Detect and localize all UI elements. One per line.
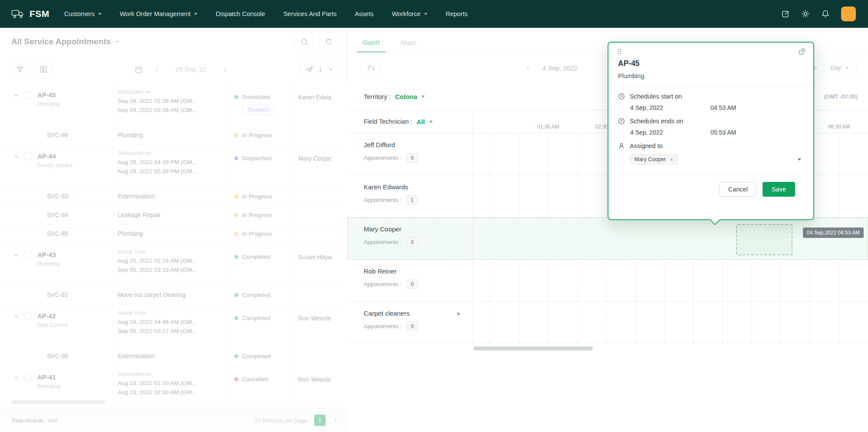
next-date-button[interactable] <box>222 66 228 73</box>
chevron-down-icon[interactable] <box>429 121 433 123</box>
schedule-end: Sep 05, 2022 03:17 AM (GM... <box>118 328 228 334</box>
appointments-count: 0 <box>407 322 418 331</box>
status-dot <box>234 133 238 137</box>
refresh-button[interactable] <box>319 32 338 51</box>
appointment-id[interactable]: AP-43 <box>37 251 60 258</box>
day-view-select[interactable]: Day <box>823 59 857 76</box>
gear-icon[interactable] <box>801 10 810 18</box>
start-label: Schedules start on <box>630 93 682 100</box>
service-row[interactable]: SVC-83 Extermination In Progress <box>0 187 347 206</box>
prev-date-button[interactable] <box>525 65 531 71</box>
date-display[interactable]: 05 Sep, 22 <box>171 66 210 73</box>
popup-service-type: Plumbing <box>618 73 813 79</box>
technician-row[interactable]: Rob Reiner Appointments : 0 <box>347 260 868 302</box>
chevron-down-icon[interactable] <box>421 96 425 98</box>
sort-button[interactable] <box>361 58 380 77</box>
service-row[interactable]: SVC-86 Plumbing In Progress <box>0 126 347 145</box>
end-time[interactable]: 05:53 AM <box>710 129 736 136</box>
user-icon <box>618 142 625 149</box>
row-checkbox[interactable] <box>24 153 31 160</box>
schedule-label: Actual Time <box>118 310 228 316</box>
chevron-down-icon[interactable] <box>13 252 20 285</box>
filter-button[interactable] <box>11 61 29 78</box>
chevron-down-icon[interactable] <box>798 158 801 161</box>
drop-slot[interactable] <box>736 224 792 255</box>
nav-item-services-and-parts[interactable]: Services And Parts <box>283 10 337 17</box>
row-checkbox[interactable] <box>24 251 31 259</box>
calendar-icon[interactable] <box>135 66 143 74</box>
status-dot <box>234 293 238 297</box>
nav-item-customers[interactable]: Customers <box>64 10 102 17</box>
close-icon[interactable]: × <box>670 157 673 162</box>
chevron-down-icon[interactable] <box>13 313 20 346</box>
board-view-button[interactable] <box>35 61 52 78</box>
appointment-row[interactable]: AP-45 Plumbing Scheduled on Sep 04, 2022… <box>0 83 347 126</box>
bell-icon[interactable] <box>821 10 830 18</box>
drag-handle-icon[interactable] <box>617 48 622 55</box>
status-label: In Progress <box>242 231 272 237</box>
appointment-row[interactable]: AP-44 Sundry repairs Scheduled on Aug 29… <box>0 145 347 187</box>
gantt-horizontal-scrollbar[interactable] <box>473 346 593 350</box>
territory-value[interactable]: Colona <box>395 93 418 100</box>
technician-name[interactable]: Jeff Difford <box>364 141 473 148</box>
appointment-row[interactable]: AP-42 Pest Control Actual Time Aug 24, 2… <box>0 304 347 347</box>
service-id[interactable]: SVC-84 <box>47 211 68 218</box>
gantt-date-display[interactable]: 4 Sep, 2022 <box>542 64 578 72</box>
appointment-id[interactable]: AP-45 <box>37 91 60 99</box>
app-brand[interactable]: FSM <box>0 9 64 19</box>
appointment-id[interactable]: AP-41 <box>37 373 60 381</box>
service-row[interactable]: SVC-85 Plumbing In Progress <box>0 224 347 243</box>
nav-item-dispatch-console[interactable]: Dispatch Console <box>216 10 265 17</box>
fsm-logo-icon <box>11 9 24 19</box>
appointment-id[interactable]: AP-42 <box>37 312 67 320</box>
service-row[interactable]: SVC-84 Leakage Repair In Progress <box>0 206 347 224</box>
service-id[interactable]: SVC-83 <box>47 193 68 200</box>
nav-item-label: Services And Parts <box>283 10 337 17</box>
service-id[interactable]: SVC-85 <box>47 230 68 237</box>
service-id[interactable]: SVC-81 <box>47 291 68 298</box>
nav-item-assets[interactable]: Assets <box>355 10 374 17</box>
save-button[interactable]: Save <box>763 182 795 197</box>
assignee-chip[interactable]: Mary Cooper × <box>630 154 677 165</box>
chevron-right-icon[interactable] <box>456 311 462 317</box>
technician-name[interactable]: Mary Cooper <box>364 225 473 233</box>
tab-maps[interactable]: Maps <box>401 39 417 52</box>
nav-item-work-order-management[interactable]: Work Order Management <box>120 10 197 17</box>
records-per-page[interactable]: 10 Records per page <box>255 417 307 424</box>
cancel-button[interactable]: Cancel <box>719 182 757 197</box>
start-time[interactable]: 04:53 AM <box>710 104 736 111</box>
tab-gantt[interactable]: Gantt <box>363 39 380 52</box>
compose-icon[interactable] <box>781 10 790 18</box>
view-selector[interactable]: All Service Appointments <box>11 37 119 46</box>
appointment-id[interactable]: AP-44 <box>37 152 72 160</box>
end-date[interactable]: 4 Sep, 2022 <box>630 129 710 136</box>
search-button[interactable] <box>295 32 314 51</box>
page-number[interactable]: 1 <box>314 415 326 426</box>
technician-row[interactable]: Carpet cleaners Appointments : 0 <box>347 302 868 344</box>
row-checkbox[interactable] <box>24 374 31 381</box>
row-checkbox[interactable] <box>24 313 31 320</box>
dispatch-button[interactable]: Dispatch <box>242 105 275 115</box>
start-date[interactable]: 4 Sep, 2022 <box>630 104 710 111</box>
service-id[interactable]: SVC-86 <box>47 132 68 139</box>
avatar[interactable] <box>841 7 856 21</box>
page-title: All Service Appointments <box>11 37 111 46</box>
technician-name[interactable]: Rob Reiner <box>364 267 473 275</box>
nav-item-workforce[interactable]: Workforce <box>392 10 427 17</box>
chevron-down-icon[interactable] <box>13 153 20 187</box>
service-id[interactable]: SVC-80 <box>47 353 68 359</box>
prev-date-button[interactable] <box>154 66 160 73</box>
row-checkbox[interactable] <box>24 92 31 99</box>
expand-icon[interactable] <box>799 48 806 55</box>
nav-item-reports[interactable]: Reports <box>446 10 468 17</box>
appointment-row[interactable]: AP-43 Plumbing Actual Time Aug 25, 2022 … <box>0 243 347 286</box>
dispatch-selection-control[interactable]: 1 <box>300 60 338 79</box>
service-name: Plumbing <box>118 132 143 139</box>
service-row[interactable]: SVC-81 Move out carpet cleaning Complete… <box>0 286 347 304</box>
chevron-down-icon[interactable] <box>13 92 20 125</box>
service-row[interactable]: SVC-80 Extermination Completed <box>0 347 347 366</box>
next-page-button[interactable] <box>332 417 339 423</box>
technician-name[interactable]: Karen Edwards <box>364 183 473 191</box>
list-horizontal-scrollbar[interactable] <box>11 400 105 404</box>
appointments-count: 0 <box>407 237 418 247</box>
